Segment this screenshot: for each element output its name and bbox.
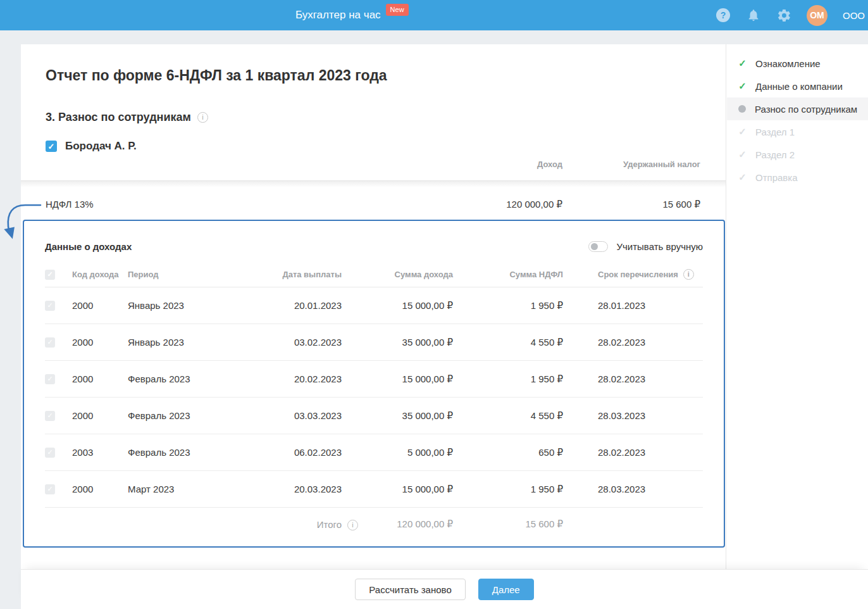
recalculate-button[interactable]: Рассчитать заново bbox=[355, 579, 465, 600]
cell-income: 15 000,00 ₽ bbox=[342, 374, 453, 385]
tax-rate-row[interactable]: НДФЛ 13% 120 000,00 ₽ 15 600 ₽ bbox=[21, 187, 726, 220]
app-title: Бухгалтер на час bbox=[295, 9, 381, 22]
cell-income: 5 000,00 ₽ bbox=[342, 447, 453, 458]
manual-accounting-toggle-row[interactable]: Учитывать вручную bbox=[588, 241, 703, 252]
income-data-panel: Данные о доходах Учитывать вручную ✓ Код… bbox=[23, 220, 725, 548]
cell-income: 15 000,00 ₽ bbox=[342, 484, 453, 495]
table-row: ✓ 2000 Март 2023 20.03.2023 15 000,00 ₽ … bbox=[45, 471, 703, 508]
total-row: Итого i 120 000,00 ₽ 15 600 ₽ bbox=[45, 508, 703, 541]
cell-code: 2003 bbox=[72, 447, 128, 458]
table-row: ✓ 2000 Январь 2023 20.01.2023 15 000,00 … bbox=[45, 287, 703, 324]
toggle-knob bbox=[591, 243, 598, 250]
total-label-cell: Итого i bbox=[266, 519, 342, 530]
cell-tax: 1 950 ₽ bbox=[453, 374, 563, 385]
cell-due: 28.03.2023 bbox=[563, 410, 703, 421]
cell-code: 2000 bbox=[72, 410, 128, 421]
step-oznakomlenie[interactable]: ✓ Ознакомление bbox=[727, 52, 868, 75]
check-icon: ✓ bbox=[738, 80, 747, 92]
cell-period: Январь 2023 bbox=[128, 300, 266, 311]
header-due-date-label: Срок перечисления bbox=[598, 270, 678, 279]
step-label: Раздел 2 bbox=[755, 149, 795, 160]
cell-pay-date: 06.02.2023 bbox=[266, 447, 342, 458]
employee-row[interactable]: ✓ Бородач А. Р. bbox=[46, 140, 137, 153]
total-tax: 15 600 ₽ bbox=[453, 518, 563, 530]
employee-checkbox[interactable]: ✓ bbox=[46, 141, 57, 152]
row-checkbox[interactable]: ✓ bbox=[45, 337, 55, 348]
select-all-checkbox[interactable]: ✓ bbox=[45, 270, 55, 280]
cell-period: Февраль 2023 bbox=[128, 410, 266, 421]
step-label: Отправка bbox=[755, 172, 798, 183]
page-title: Отчет по форме 6-НДФЛ за 1 квартал 2023 … bbox=[46, 67, 387, 84]
section-info-icon[interactable]: i bbox=[197, 112, 208, 123]
check-icon: ✓ bbox=[48, 142, 55, 151]
section-divider bbox=[21, 180, 726, 187]
check-icon: ✓ bbox=[47, 411, 53, 420]
tax-rate-label: НДФЛ 13% bbox=[46, 199, 94, 210]
cell-period: Февраль 2023 bbox=[128, 447, 266, 458]
step-otpravka[interactable]: ✓ Отправка bbox=[727, 166, 868, 189]
avatar[interactable]: ОМ bbox=[807, 5, 828, 26]
summary-column-headers: Доход Удержанный налог bbox=[21, 160, 726, 170]
next-button[interactable]: Далее bbox=[478, 579, 534, 600]
header-income-sum: Сумма дохода bbox=[342, 270, 453, 279]
step-label: Разнос по сотрудникам bbox=[755, 104, 857, 115]
table-row: ✓ 2000 Февраль 2023 03.03.2023 35 000,00… bbox=[45, 398, 703, 434]
income-table-header-row: ✓ Код дохода Период Дата выплаты Сумма д… bbox=[45, 262, 703, 287]
withheld-tax-column-header: Удержанный налог bbox=[623, 160, 700, 169]
header-due-date: Срок перечисления i bbox=[563, 269, 703, 280]
footer-action-bar: Рассчитать заново Далее bbox=[21, 570, 868, 609]
settings-button[interactable] bbox=[776, 8, 791, 23]
cell-period: Январь 2023 bbox=[128, 337, 266, 348]
table-row: ✓ 2003 Февраль 2023 06.02.2023 5 000,00 … bbox=[45, 434, 703, 471]
section-title: 3. Разнос по сотрудникам bbox=[46, 111, 191, 124]
income-panel-header: Данные о доходах Учитывать вручную bbox=[45, 241, 703, 252]
top-header-bar: Бухгалтер на час New ? ОМ ООО bbox=[0, 0, 868, 30]
notifications-button[interactable] bbox=[746, 8, 761, 23]
main-area: Отчет по форме 6-НДФЛ за 1 квартал 2023 … bbox=[21, 44, 726, 570]
row-checkbox[interactable]: ✓ bbox=[45, 484, 55, 494]
cell-income: 35 000,00 ₽ bbox=[342, 337, 453, 348]
steps-sidebar: ✓ Ознакомление ✓ Данные о компании Разно… bbox=[727, 44, 868, 570]
table-row: ✓ 2000 Февраль 2023 20.02.2023 15 000,00… bbox=[45, 361, 703, 398]
check-icon: ✓ bbox=[738, 149, 747, 160]
check-icon: ✓ bbox=[47, 270, 53, 279]
content-card: Отчет по форме 6-НДФЛ за 1 квартал 2023 … bbox=[21, 44, 868, 570]
due-date-info-icon[interactable]: i bbox=[683, 269, 694, 280]
curved-arrow-annotation bbox=[3, 196, 44, 244]
app-title-wrap[interactable]: Бухгалтер на час New bbox=[295, 0, 409, 30]
cell-income: 15 000,00 ₽ bbox=[342, 300, 453, 311]
income-column-header: Доход bbox=[537, 160, 562, 169]
row-checkbox[interactable]: ✓ bbox=[45, 411, 55, 421]
tax-rate-withheld-value: 15 600 ₽ bbox=[662, 199, 700, 210]
cell-period: Март 2023 bbox=[128, 484, 266, 494]
check-icon: ✓ bbox=[738, 126, 747, 137]
check-icon: ✓ bbox=[738, 58, 747, 69]
income-panel-title: Данные о доходах bbox=[45, 241, 132, 252]
cell-income: 35 000,00 ₽ bbox=[342, 410, 453, 422]
row-checkbox[interactable]: ✓ bbox=[45, 448, 55, 458]
cell-due: 28.01.2023 bbox=[563, 300, 703, 311]
cell-pay-date: 03.02.2023 bbox=[266, 337, 342, 348]
step-label: Раздел 1 bbox=[755, 127, 795, 137]
income-table: ✓ Код дохода Период Дата выплаты Сумма д… bbox=[45, 262, 703, 541]
organization-name[interactable]: ООО bbox=[843, 10, 868, 21]
bell-icon bbox=[747, 8, 760, 22]
step-raznos-po-sotrudnikam[interactable]: Разнос по сотрудникам bbox=[727, 97, 868, 120]
help-button[interactable]: ? bbox=[716, 8, 731, 23]
step-label: Данные о компании bbox=[755, 81, 843, 92]
row-checkbox[interactable]: ✓ bbox=[45, 374, 55, 384]
step-razdel-1[interactable]: ✓ Раздел 1 bbox=[727, 120, 868, 143]
check-icon: ✓ bbox=[47, 338, 53, 346]
cell-period: Февраль 2023 bbox=[128, 374, 266, 384]
cell-code: 2000 bbox=[72, 374, 128, 384]
step-dannye-o-kompanii[interactable]: ✓ Данные о компании bbox=[727, 75, 868, 97]
employee-name: Бородач А. Р. bbox=[65, 140, 137, 153]
header-actions: ? ОМ ООО bbox=[716, 0, 868, 30]
check-icon: ✓ bbox=[47, 301, 53, 310]
step-razdel-2[interactable]: ✓ Раздел 2 bbox=[727, 143, 868, 166]
total-income: 120 000,00 ₽ bbox=[342, 518, 453, 530]
manual-toggle-switch[interactable] bbox=[588, 241, 608, 252]
header-pay-date: Дата выплаты bbox=[266, 270, 342, 279]
row-checkbox[interactable]: ✓ bbox=[45, 301, 55, 311]
total-info-icon[interactable]: i bbox=[347, 520, 358, 531]
